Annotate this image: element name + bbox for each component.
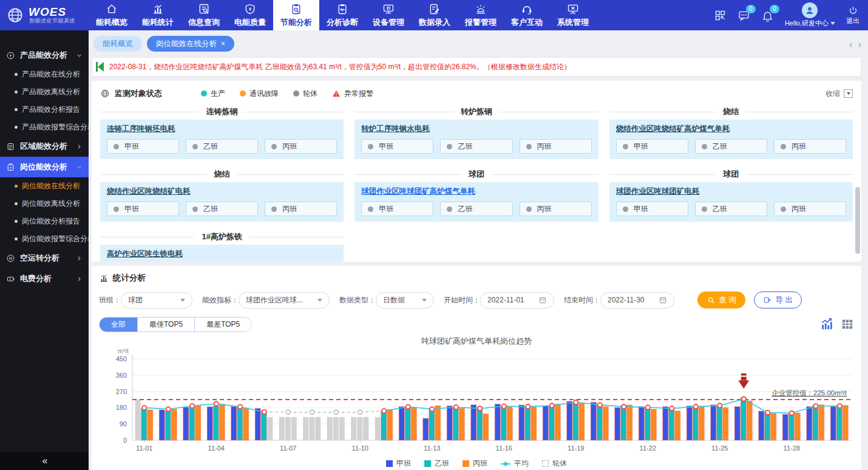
nav-item-9[interactable]: 客户互动 [504,0,550,30]
shift-button-2-1[interactable]: 乙班 [695,139,767,154]
sidebar-group-3[interactable]: 空运转分析 [0,248,89,268]
messages-button[interactable]: 0 [737,9,750,22]
svg-text:450: 450 [116,355,127,363]
shift-button-5-2[interactable]: 丙班 [774,202,846,216]
sidebar-item-0-1[interactable]: 产品能效离线分析 [0,83,89,101]
nav-item-4[interactable]: 节能分析 [273,0,319,30]
indicator-card-title[interactable]: 烧结作业区吨烧结矿电耗 [107,186,337,197]
end-date-input[interactable]: 2022-11-30 [600,292,674,308]
sidebar-item-2-2[interactable]: 岗位能效分析报告 [0,213,89,230]
notifications-badge: 0 [770,5,779,13]
start-date-input[interactable]: 2022-11-01 [480,292,554,308]
power-icon [848,5,858,16]
sidebar-group-4[interactable]: 电费分析 [0,268,89,289]
status-dot-icon [293,90,299,97]
table-view-icon[interactable] [841,318,854,331]
nav-item-5[interactable]: 分析诊断 [319,0,365,30]
indicator-card-title[interactable]: 连铸工序吨钢坯电耗 [107,124,337,134]
shift-button-4-2[interactable]: 丙班 [520,202,592,216]
group-title: 烧结 [214,169,230,180]
shift-button-5-1[interactable]: 乙班 [695,202,767,216]
notifications-button[interactable]: 0 [761,9,774,22]
sidebar-item-0-0[interactable]: 产品能效在线分析 [0,66,89,83]
shift-button-2-0[interactable]: 甲班 [616,139,688,154]
segment-1[interactable]: 最佳TOP5 [137,318,194,332]
quality-icon [244,3,256,15]
chevron-down-icon [76,52,83,59]
shift-button-1-1[interactable]: 乙班 [440,139,512,154]
shift-button-0-2[interactable]: 丙班 [265,139,337,154]
collapse-control[interactable]: 收缩 [826,89,853,99]
shift-button-0-0[interactable]: 甲班 [107,139,179,154]
nav-item-10[interactable]: 系统管理 [550,0,596,30]
sidebar-group-2[interactable]: 岗位能效分析 [0,157,89,177]
shift-button-4-0[interactable]: 甲班 [361,202,433,216]
monitor-cell-3: 烧结 烧结作业区吨烧结矿电耗 甲班乙班丙班 [100,166,344,222]
nav-item-2[interactable]: 信息查询 [181,0,227,30]
chart-view-icon[interactable] [820,318,833,331]
sidebar-item-2-1[interactable]: 岗位能效离线分析 [0,195,89,213]
sidebar-item-2-3[interactable]: 岗位能效报警综合分析 [0,230,89,248]
nav-item-3[interactable]: 电能质量 [227,0,273,30]
indicator-card-title[interactable]: 球团作业区吨球团矿电耗 [616,186,846,197]
tab-scroll-right-icon[interactable]: › [858,39,861,49]
shift-button-3-0[interactable]: 甲班 [107,202,179,216]
shift-button-4-1[interactable]: 乙班 [440,202,512,216]
indicator-card-title[interactable]: 烧结作业区吨烧结矿高炉煤气单耗 [616,124,846,134]
nav-item-1[interactable]: 能耗统计 [135,0,181,30]
nav-item-8[interactable]: 报警管理 [458,0,504,30]
sidebar-item-0-3[interactable]: 产品能效报警综合分析 [0,118,89,136]
query-button[interactable]: 查 询 [697,291,745,308]
sidebar-item-label: 产品能效分析报告 [22,104,80,115]
segment-2[interactable]: 最差TOP5 [194,318,251,332]
trend-chart[interactable]: 090180270360450m³/t11-0111-0411-0711-101… [99,348,854,458]
sidebar-item-2-0[interactable]: 岗位能效在线分析 [0,177,89,195]
shift-button-3-2[interactable]: 丙班 [265,202,337,216]
sidebar-group-0[interactable]: 产品能效分析 [0,45,89,66]
status-dot-icon [623,144,628,149]
tab-energy-overview[interactable]: 能耗概览 [93,36,142,52]
shift-select[interactable]: 球团 [121,292,192,308]
indicator-card-title[interactable]: 高炉作业区吨生铁电耗 [107,249,337,259]
qr-code-icon[interactable] [714,9,727,22]
shift-button-1-0[interactable]: 甲班 [361,139,433,154]
top-filter-segments: 全部最佳TOP5最差TOP5 [99,317,252,332]
nav-item-6[interactable]: 设备管理 [365,0,412,30]
region-icon [6,142,15,151]
legend-item-1[interactable]: 乙班 [424,458,449,469]
user-menu[interactable]: Hello,研发中心 [785,2,835,28]
svg-text:11-01: 11-01 [136,444,152,452]
tab-scroll-left-icon[interactable]: ‹ [849,39,852,49]
topbar: WOES 智能优化节能系统 能耗概览能耗统计信息查询电能质量节能分析分析诊断设备… [0,0,868,30]
tab-close-icon[interactable]: × [221,40,225,47]
legend-item-0[interactable]: 甲班 [386,458,411,469]
indicator-card-title[interactable]: 转炉工序吨钢水电耗 [361,124,591,134]
sidebar-collapse-button[interactable]: « [0,452,89,470]
legend-item-4[interactable]: 轮休 [542,458,567,469]
trend-chart-svg: 090180270360450m³/t11-0111-0411-0711-101… [99,348,858,456]
datatype-select[interactable]: 日数据 [376,292,434,308]
legend-label: 丙班 [473,458,487,469]
sidebar-group-1[interactable]: 区域能效分析 [0,136,89,157]
export-button[interactable]: 导 出 [754,291,801,308]
legend-item-2[interactable]: 丙班 [463,458,487,469]
shift-button-0-1[interactable]: 乙班 [186,139,258,154]
indicator-select[interactable]: 球团作业区吨球... [239,292,330,308]
indicator-card-title[interactable]: 球团作业区吨球团矿高炉煤气单耗 [361,186,591,197]
logout-button[interactable]: 退出 [846,5,860,26]
tab-post-efficiency-online[interactable]: 岗位能效在线分析 × [147,36,234,52]
logo-title: WOES [29,6,75,18]
status-dot-icon [702,144,707,149]
shift-button-5-0[interactable]: 甲班 [616,202,688,216]
svg-text:11-13: 11-13 [424,444,440,452]
group-title: 球团 [723,169,739,180]
nav-item-0[interactable]: 能耗概览 [89,0,135,30]
legend-item-3[interactable]: 平均 [501,458,529,469]
nav-item-7[interactable]: 数据录入 [412,0,458,30]
shift-button-1-2[interactable]: 丙班 [520,139,592,154]
shift-button-3-1[interactable]: 乙班 [186,202,258,216]
segment-0[interactable]: 全部 [100,318,137,332]
sidebar-item-0-2[interactable]: 产品能效分析报告 [0,101,89,118]
monitor-scrollbar[interactable] [855,187,860,254]
shift-button-2-2[interactable]: 丙班 [774,139,846,154]
